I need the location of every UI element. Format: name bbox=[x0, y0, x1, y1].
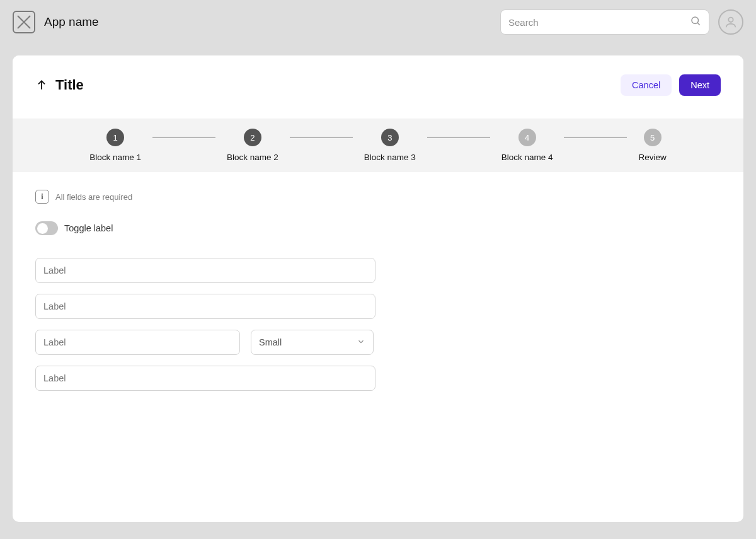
step-label: Block name 3 bbox=[364, 153, 416, 162]
toggle-knob bbox=[37, 223, 48, 234]
toggle-row: Toggle label bbox=[35, 221, 721, 235]
chevron-down-icon bbox=[357, 337, 365, 348]
search-icon bbox=[690, 15, 701, 29]
step-circle: 3 bbox=[381, 129, 399, 146]
size-select[interactable]: Small bbox=[251, 330, 374, 355]
svg-point-2 bbox=[692, 17, 699, 24]
toggle-label: Toggle label bbox=[64, 223, 113, 233]
info-icon: i bbox=[35, 190, 49, 204]
title-group: Title bbox=[35, 77, 84, 93]
card-header: Title Cancel Next bbox=[13, 55, 743, 119]
stepper-step-3[interactable]: 3 Block name 3 bbox=[364, 129, 416, 162]
field-2[interactable] bbox=[35, 294, 375, 319]
info-row: i All fields are required bbox=[35, 190, 721, 204]
step-circle: 5 bbox=[644, 129, 662, 146]
search-input[interactable] bbox=[508, 17, 690, 28]
field-4[interactable] bbox=[35, 366, 375, 391]
stepper-step-5[interactable]: 5 Review bbox=[638, 129, 666, 162]
field-1[interactable] bbox=[35, 258, 375, 283]
form-area: i All fields are required Toggle label S… bbox=[13, 172, 743, 409]
step-connector bbox=[290, 137, 353, 138]
stepper-step-1[interactable]: 1 Block name 1 bbox=[89, 129, 141, 162]
app-name: App name bbox=[44, 15, 491, 29]
svg-line-3 bbox=[697, 23, 699, 25]
app-logo bbox=[13, 11, 35, 33]
toggle-switch[interactable] bbox=[35, 221, 58, 235]
step-label: Block name 1 bbox=[89, 153, 141, 162]
field-3[interactable] bbox=[35, 330, 240, 355]
info-text: All fields are required bbox=[55, 192, 132, 202]
step-connector bbox=[427, 137, 490, 138]
main-card: Title Cancel Next 1 Block name 1 2 Block… bbox=[13, 55, 743, 522]
topbar: App name bbox=[0, 0, 756, 44]
arrow-up-icon[interactable] bbox=[35, 79, 48, 91]
stepper-step-4[interactable]: 4 Block name 4 bbox=[501, 129, 553, 162]
stepper: 1 Block name 1 2 Block name 2 3 Block na… bbox=[13, 119, 743, 172]
next-button[interactable]: Next bbox=[679, 74, 721, 96]
step-circle: 4 bbox=[518, 129, 536, 146]
step-connector bbox=[152, 137, 215, 138]
cancel-button[interactable]: Cancel bbox=[621, 74, 672, 96]
step-label: Block name 2 bbox=[227, 153, 278, 162]
stepper-step-2[interactable]: 2 Block name 2 bbox=[227, 129, 278, 162]
step-circle: 1 bbox=[106, 129, 124, 146]
action-buttons: Cancel Next bbox=[621, 74, 721, 96]
step-connector bbox=[564, 137, 627, 138]
avatar[interactable] bbox=[718, 9, 743, 35]
page-title: Title bbox=[55, 77, 84, 93]
select-value: Small bbox=[259, 337, 282, 347]
step-label: Review bbox=[638, 153, 666, 162]
fields: Small bbox=[35, 258, 375, 391]
search-field-wrap[interactable] bbox=[500, 9, 709, 35]
svg-point-4 bbox=[728, 18, 733, 22]
step-label: Block name 4 bbox=[501, 153, 553, 162]
step-circle: 2 bbox=[244, 129, 261, 146]
